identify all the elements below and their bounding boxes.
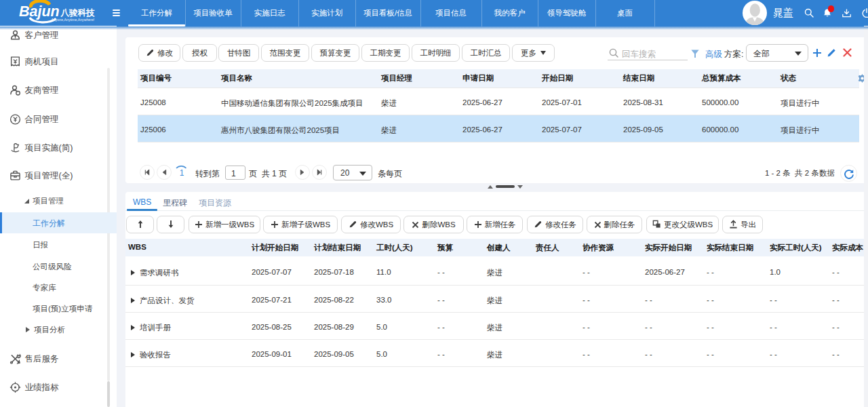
svg-text:Anyone,Anytime,Anywhere!: Anyone,Anytime,Anywhere! (52, 18, 95, 22)
svg-text:八骏科技: 八骏科技 (60, 8, 96, 18)
